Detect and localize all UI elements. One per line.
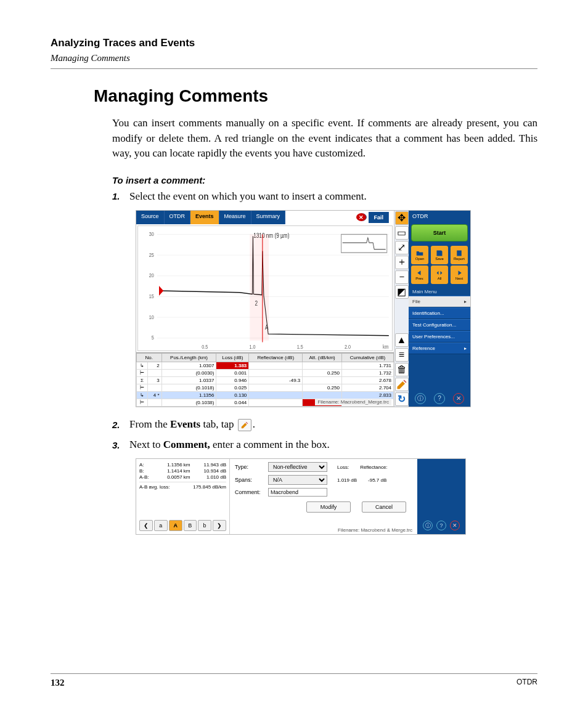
- pointer-tool-icon[interactable]: ✥: [395, 211, 409, 225]
- tab-measure[interactable]: Measure: [219, 211, 251, 224]
- menu-test-config[interactable]: Test Configuration...: [409, 319, 470, 331]
- step-number: 1.: [112, 191, 129, 201]
- nav-next-button[interactable]: ❯: [213, 520, 226, 531]
- modify-button[interactable]: Modify: [306, 501, 351, 513]
- b-km: 1.1414 km: [157, 468, 190, 474]
- cell-no: 3: [148, 376, 162, 384]
- marker-tool-icon[interactable]: ◩: [395, 285, 409, 299]
- prev-button[interactable]: Prev.: [411, 266, 428, 284]
- menu-user-prefs[interactable]: User Preferences...: [409, 331, 470, 343]
- side-title: OTDR: [409, 211, 470, 222]
- cell-no: 4 *: [148, 391, 162, 399]
- step-number: 3.: [112, 440, 129, 450]
- open-button[interactable]: Open: [411, 246, 428, 264]
- expand-icon[interactable]: ≡: [395, 348, 409, 362]
- filename-label: Filename: Macrobend & Merge.trc: [338, 527, 412, 533]
- ab-km: 0.0057 km: [157, 474, 190, 480]
- b-label: B:: [139, 468, 154, 474]
- nav-b-button[interactable]: B: [184, 520, 197, 531]
- table-row[interactable]: ↳21.03071.3831.731: [137, 362, 394, 369]
- screenshot-otdr-events: Source OTDR Events Measure Summary ✕ Fai…: [136, 210, 471, 407]
- trace-graph[interactable]: 30 25 20 15 10 5 0.5 1.0 1.5 2.0 km 1310…: [137, 225, 393, 351]
- page-footer: 132 OTDR: [51, 673, 537, 688]
- step-text: Select the event on which you want to in…: [129, 190, 537, 203]
- nav-prev-button[interactable]: ❮: [139, 520, 153, 531]
- y-tick: 20: [149, 272, 154, 278]
- cell-no: [148, 399, 162, 406]
- info-icon[interactable]: ⓘ: [423, 521, 433, 530]
- pencil-icon: [238, 419, 251, 431]
- y-tick: 30: [149, 230, 154, 237]
- x-unit: km: [383, 343, 389, 350]
- tab-source[interactable]: Source: [136, 211, 165, 224]
- section-name: Managing Comments: [51, 53, 537, 63]
- nav-a-lower-button[interactable]: a: [154, 520, 168, 531]
- zoom-out-icon[interactable]: －: [395, 270, 409, 284]
- cell-loss: 1.383: [216, 362, 249, 369]
- th-no[interactable]: No.: [137, 353, 162, 362]
- step-3: 3. Next to Comment, enter a comment in t…: [112, 439, 537, 451]
- cell-refl: [249, 362, 303, 369]
- close-icon[interactable]: ✕: [450, 521, 460, 530]
- scroll-up-icon[interactable]: ▲: [395, 333, 409, 347]
- y-tick: 15: [149, 293, 154, 299]
- x-tick: 1.5: [297, 343, 303, 350]
- th-loss[interactable]: Loss (dB): [216, 353, 249, 362]
- th-cum[interactable]: Cumulative (dB): [341, 353, 393, 362]
- fail-text: Fail: [369, 212, 389, 223]
- ab-label: A-B:: [139, 474, 154, 480]
- zoom-area-icon[interactable]: ▭: [395, 226, 409, 240]
- th-refl[interactable]: Reflectance (dB): [249, 353, 303, 362]
- table-row[interactable]: Σ31.03370.946-49.32.678: [137, 376, 394, 384]
- type-select[interactable]: Non-reflective: [268, 462, 327, 472]
- table-row[interactable]: ⊢(0.1018)0.0250.2502.704: [137, 384, 394, 391]
- cell-cum: 2.704: [341, 384, 393, 391]
- menu-file[interactable]: File▸: [409, 296, 470, 307]
- th-att[interactable]: Att. (dB/km): [303, 353, 342, 362]
- refresh-icon[interactable]: ↻: [395, 392, 409, 406]
- next-button[interactable]: Next: [451, 266, 468, 284]
- cell-cum: 2.833: [341, 391, 393, 399]
- nav-b-lower-button[interactable]: b: [198, 520, 211, 531]
- cell-cum: 1.731: [341, 362, 393, 369]
- help-icon[interactable]: ?: [434, 393, 445, 404]
- cell-no: 2: [148, 362, 162, 369]
- cancel-button[interactable]: Cancel: [362, 501, 406, 513]
- nav-a-button[interactable]: A: [169, 520, 182, 531]
- spans-label: Spans:: [235, 477, 264, 483]
- all-button[interactable]: All: [431, 266, 448, 284]
- cell-refl: [249, 384, 303, 391]
- report-button[interactable]: Report: [451, 246, 468, 264]
- cell-loss: 0.044: [216, 399, 249, 406]
- tab-otdr[interactable]: OTDR: [165, 211, 191, 224]
- menu-reference[interactable]: Reference▸: [409, 343, 470, 354]
- b-db: 10.934 dB: [193, 468, 227, 474]
- cell-loss: 0.130: [216, 391, 249, 399]
- tab-events[interactable]: Events: [190, 211, 219, 224]
- help-icon[interactable]: ?: [436, 521, 446, 530]
- marker-panel: A: 1.1356 km 11.943 dB B: 1.1414 km 10.9…: [136, 459, 230, 534]
- step-text: From the Events tab, tap .: [129, 418, 537, 431]
- intro-paragraph: You can insert comments manually on a sp…: [112, 116, 537, 161]
- spans-select[interactable]: N/A: [268, 475, 327, 485]
- zoom-full-icon[interactable]: ⤢: [395, 241, 409, 254]
- table-row[interactable]: ⊢(0.0030)0.0010.2501.732: [137, 369, 394, 376]
- th-pos[interactable]: Pos./Length (km): [161, 353, 216, 362]
- close-icon[interactable]: ✕: [453, 393, 464, 404]
- save-button[interactable]: Save: [431, 246, 448, 264]
- row-type-icon: Σ: [137, 376, 148, 384]
- row-type-icon: ↳: [137, 391, 148, 399]
- table-row[interactable]: ↳4 *1.13560.1302.833: [137, 391, 394, 399]
- refl-head: Reflectance:: [360, 465, 387, 470]
- tab-summary[interactable]: Summary: [251, 211, 286, 224]
- menu-identification[interactable]: Identification...: [409, 307, 470, 319]
- cell-no: [148, 369, 162, 376]
- info-icon[interactable]: ⓘ: [415, 393, 426, 404]
- zoom-in-icon[interactable]: ＋: [395, 256, 409, 269]
- start-button[interactable]: Start: [411, 224, 468, 241]
- cell-loss: 0.025: [216, 384, 249, 391]
- side-icons: ⓘ ? ✕: [417, 459, 465, 534]
- delete-icon[interactable]: 🗑: [395, 363, 409, 376]
- comment-input[interactable]: [268, 488, 327, 497]
- edit-icon[interactable]: [395, 378, 409, 391]
